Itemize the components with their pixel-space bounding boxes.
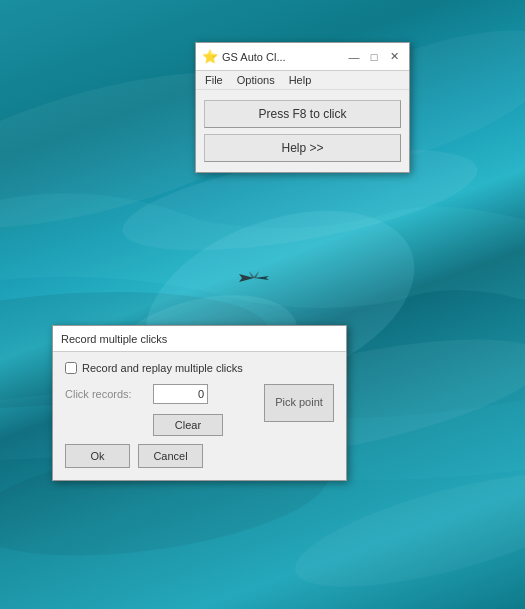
app-icon: ⭐ (202, 49, 218, 64)
main-content: Press F8 to click Help >> (196, 90, 409, 172)
maximize-button[interactable]: □ (365, 49, 383, 65)
dialog-buttons: Ok Cancel (65, 440, 334, 470)
menu-file[interactable]: File (202, 73, 226, 87)
menu-options[interactable]: Options (234, 73, 278, 87)
menu-bar: File Options Help (196, 71, 409, 90)
click-records-row: Click records: (65, 384, 258, 404)
clear-button[interactable]: Clear (153, 414, 223, 436)
ok-button[interactable]: Ok (65, 444, 130, 468)
press-f8-button[interactable]: Press F8 to click (204, 100, 401, 128)
checkbox-row: Record and replay multiple clicks (65, 362, 334, 374)
dialog-title: Record multiple clicks (61, 333, 167, 345)
main-title-bar: ⭐ GS Auto Cl... — □ ✕ (196, 43, 409, 71)
pick-point-button[interactable]: Pick point (264, 384, 334, 422)
help-button[interactable]: Help >> (204, 134, 401, 162)
close-button[interactable]: ✕ (385, 49, 403, 65)
checkbox-label[interactable]: Record and replay multiple clicks (82, 362, 243, 374)
title-controls: — □ ✕ (345, 49, 403, 65)
record-dialog: Record multiple clicks Record and replay… (52, 325, 347, 481)
record-replay-checkbox[interactable] (65, 362, 77, 374)
title-bar-left: ⭐ GS Auto Cl... (202, 49, 345, 64)
cancel-button[interactable]: Cancel (138, 444, 203, 468)
main-window: ⭐ GS Auto Cl... — □ ✕ File Options Help … (195, 42, 410, 173)
dialog-content: Record and replay multiple clicks Click … (53, 352, 346, 480)
click-records-label: Click records: (65, 388, 145, 400)
dialog-title-bar: Record multiple clicks (53, 326, 346, 352)
menu-help[interactable]: Help (286, 73, 315, 87)
minimize-button[interactable]: — (345, 49, 363, 65)
click-records-input[interactable] (153, 384, 208, 404)
main-window-title: GS Auto Cl... (222, 51, 345, 63)
